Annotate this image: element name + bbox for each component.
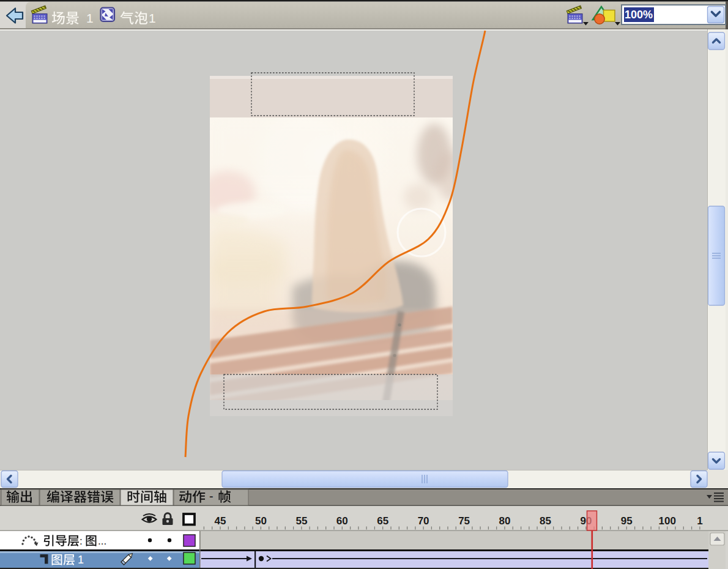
- svg-text:50: 50: [255, 515, 267, 527]
- svg-text:-: -: [209, 489, 214, 503]
- svg-text:100%: 100%: [625, 9, 653, 21]
- svg-text:55: 55: [295, 515, 307, 527]
- svg-text:100: 100: [659, 515, 676, 527]
- svg-text::: :: [80, 535, 83, 547]
- svg-text:75: 75: [458, 515, 470, 527]
- svg-text:1: 1: [697, 515, 702, 527]
- svg-text:80: 80: [499, 515, 511, 527]
- svg-text:1: 1: [149, 11, 156, 25]
- svg-text:95: 95: [621, 515, 633, 527]
- svg-text:...: ...: [98, 535, 106, 547]
- svg-text:1: 1: [78, 554, 84, 566]
- svg-text:65: 65: [377, 515, 388, 527]
- svg-text:45: 45: [215, 515, 226, 527]
- svg-text:70: 70: [418, 515, 429, 527]
- svg-text:1: 1: [86, 11, 94, 25]
- svg-text:60: 60: [336, 515, 348, 527]
- svg-text:85: 85: [540, 515, 551, 527]
